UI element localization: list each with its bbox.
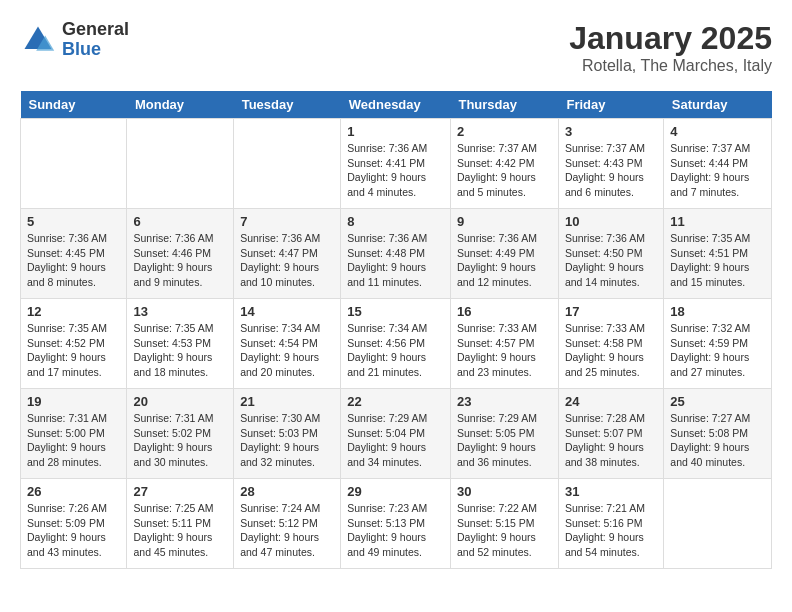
calendar-cell: 25Sunrise: 7:27 AM Sunset: 5:08 PM Dayli… bbox=[664, 389, 772, 479]
day-number: 11 bbox=[670, 214, 765, 229]
calendar-cell: 31Sunrise: 7:21 AM Sunset: 5:16 PM Dayli… bbox=[558, 479, 663, 569]
day-info: Sunrise: 7:35 AM Sunset: 4:51 PM Dayligh… bbox=[670, 231, 765, 290]
calendar-cell: 7Sunrise: 7:36 AM Sunset: 4:47 PM Daylig… bbox=[234, 209, 341, 299]
calendar-cell: 21Sunrise: 7:30 AM Sunset: 5:03 PM Dayli… bbox=[234, 389, 341, 479]
day-info: Sunrise: 7:30 AM Sunset: 5:03 PM Dayligh… bbox=[240, 411, 334, 470]
calendar-cell: 17Sunrise: 7:33 AM Sunset: 4:58 PM Dayli… bbox=[558, 299, 663, 389]
day-info: Sunrise: 7:35 AM Sunset: 4:53 PM Dayligh… bbox=[133, 321, 227, 380]
day-number: 29 bbox=[347, 484, 444, 499]
calendar-cell: 4Sunrise: 7:37 AM Sunset: 4:44 PM Daylig… bbox=[664, 119, 772, 209]
day-number: 5 bbox=[27, 214, 120, 229]
calendar-cell: 1Sunrise: 7:36 AM Sunset: 4:41 PM Daylig… bbox=[341, 119, 451, 209]
day-number: 10 bbox=[565, 214, 657, 229]
calendar-cell bbox=[234, 119, 341, 209]
day-info: Sunrise: 7:34 AM Sunset: 4:54 PM Dayligh… bbox=[240, 321, 334, 380]
calendar-cell: 19Sunrise: 7:31 AM Sunset: 5:00 PM Dayli… bbox=[21, 389, 127, 479]
header-wednesday: Wednesday bbox=[341, 91, 451, 119]
day-number: 15 bbox=[347, 304, 444, 319]
day-number: 28 bbox=[240, 484, 334, 499]
calendar-cell: 26Sunrise: 7:26 AM Sunset: 5:09 PM Dayli… bbox=[21, 479, 127, 569]
calendar-cell: 20Sunrise: 7:31 AM Sunset: 5:02 PM Dayli… bbox=[127, 389, 234, 479]
calendar-cell: 10Sunrise: 7:36 AM Sunset: 4:50 PM Dayli… bbox=[558, 209, 663, 299]
day-number: 19 bbox=[27, 394, 120, 409]
calendar-cell bbox=[127, 119, 234, 209]
day-info: Sunrise: 7:33 AM Sunset: 4:58 PM Dayligh… bbox=[565, 321, 657, 380]
day-number: 16 bbox=[457, 304, 552, 319]
calendar-cell: 11Sunrise: 7:35 AM Sunset: 4:51 PM Dayli… bbox=[664, 209, 772, 299]
day-number: 20 bbox=[133, 394, 227, 409]
day-info: Sunrise: 7:25 AM Sunset: 5:11 PM Dayligh… bbox=[133, 501, 227, 560]
day-info: Sunrise: 7:36 AM Sunset: 4:46 PM Dayligh… bbox=[133, 231, 227, 290]
day-info: Sunrise: 7:23 AM Sunset: 5:13 PM Dayligh… bbox=[347, 501, 444, 560]
calendar-cell: 2Sunrise: 7:37 AM Sunset: 4:42 PM Daylig… bbox=[450, 119, 558, 209]
calendar-cell: 5Sunrise: 7:36 AM Sunset: 4:45 PM Daylig… bbox=[21, 209, 127, 299]
calendar-cell: 27Sunrise: 7:25 AM Sunset: 5:11 PM Dayli… bbox=[127, 479, 234, 569]
calendar-cell: 28Sunrise: 7:24 AM Sunset: 5:12 PM Dayli… bbox=[234, 479, 341, 569]
day-number: 30 bbox=[457, 484, 552, 499]
header-sunday: Sunday bbox=[21, 91, 127, 119]
calendar-cell: 8Sunrise: 7:36 AM Sunset: 4:48 PM Daylig… bbox=[341, 209, 451, 299]
day-info: Sunrise: 7:31 AM Sunset: 5:00 PM Dayligh… bbox=[27, 411, 120, 470]
logo-general-text: General bbox=[62, 20, 129, 40]
day-number: 24 bbox=[565, 394, 657, 409]
day-number: 27 bbox=[133, 484, 227, 499]
header-thursday: Thursday bbox=[450, 91, 558, 119]
day-info: Sunrise: 7:33 AM Sunset: 4:57 PM Dayligh… bbox=[457, 321, 552, 380]
calendar-cell: 3Sunrise: 7:37 AM Sunset: 4:43 PM Daylig… bbox=[558, 119, 663, 209]
day-info: Sunrise: 7:36 AM Sunset: 4:47 PM Dayligh… bbox=[240, 231, 334, 290]
day-info: Sunrise: 7:24 AM Sunset: 5:12 PM Dayligh… bbox=[240, 501, 334, 560]
header-tuesday: Tuesday bbox=[234, 91, 341, 119]
header-monday: Monday bbox=[127, 91, 234, 119]
day-number: 3 bbox=[565, 124, 657, 139]
day-info: Sunrise: 7:37 AM Sunset: 4:44 PM Dayligh… bbox=[670, 141, 765, 200]
calendar-cell: 15Sunrise: 7:34 AM Sunset: 4:56 PM Dayli… bbox=[341, 299, 451, 389]
logo-icon bbox=[20, 22, 56, 58]
day-number: 17 bbox=[565, 304, 657, 319]
calendar-cell: 13Sunrise: 7:35 AM Sunset: 4:53 PM Dayli… bbox=[127, 299, 234, 389]
header-saturday: Saturday bbox=[664, 91, 772, 119]
day-info: Sunrise: 7:26 AM Sunset: 5:09 PM Dayligh… bbox=[27, 501, 120, 560]
header-friday: Friday bbox=[558, 91, 663, 119]
day-info: Sunrise: 7:29 AM Sunset: 5:04 PM Dayligh… bbox=[347, 411, 444, 470]
calendar-cell: 18Sunrise: 7:32 AM Sunset: 4:59 PM Dayli… bbox=[664, 299, 772, 389]
day-info: Sunrise: 7:36 AM Sunset: 4:49 PM Dayligh… bbox=[457, 231, 552, 290]
day-number: 31 bbox=[565, 484, 657, 499]
week-row-3: 12Sunrise: 7:35 AM Sunset: 4:52 PM Dayli… bbox=[21, 299, 772, 389]
day-info: Sunrise: 7:37 AM Sunset: 4:42 PM Dayligh… bbox=[457, 141, 552, 200]
day-number: 14 bbox=[240, 304, 334, 319]
day-number: 13 bbox=[133, 304, 227, 319]
week-row-4: 19Sunrise: 7:31 AM Sunset: 5:00 PM Dayli… bbox=[21, 389, 772, 479]
day-info: Sunrise: 7:22 AM Sunset: 5:15 PM Dayligh… bbox=[457, 501, 552, 560]
day-info: Sunrise: 7:35 AM Sunset: 4:52 PM Dayligh… bbox=[27, 321, 120, 380]
day-number: 8 bbox=[347, 214, 444, 229]
calendar-cell bbox=[21, 119, 127, 209]
logo-blue-text: Blue bbox=[62, 40, 129, 60]
day-info: Sunrise: 7:37 AM Sunset: 4:43 PM Dayligh… bbox=[565, 141, 657, 200]
calendar-table: SundayMondayTuesdayWednesdayThursdayFrid… bbox=[20, 91, 772, 569]
day-number: 18 bbox=[670, 304, 765, 319]
day-info: Sunrise: 7:29 AM Sunset: 5:05 PM Dayligh… bbox=[457, 411, 552, 470]
logo-text: General Blue bbox=[62, 20, 129, 60]
calendar-cell: 22Sunrise: 7:29 AM Sunset: 5:04 PM Dayli… bbox=[341, 389, 451, 479]
day-number: 22 bbox=[347, 394, 444, 409]
calendar-cell: 12Sunrise: 7:35 AM Sunset: 4:52 PM Dayli… bbox=[21, 299, 127, 389]
location-title: Rotella, The Marches, Italy bbox=[569, 57, 772, 75]
week-row-5: 26Sunrise: 7:26 AM Sunset: 5:09 PM Dayli… bbox=[21, 479, 772, 569]
day-number: 23 bbox=[457, 394, 552, 409]
week-row-2: 5Sunrise: 7:36 AM Sunset: 4:45 PM Daylig… bbox=[21, 209, 772, 299]
day-info: Sunrise: 7:36 AM Sunset: 4:50 PM Dayligh… bbox=[565, 231, 657, 290]
logo: General Blue bbox=[20, 20, 129, 60]
day-info: Sunrise: 7:28 AM Sunset: 5:07 PM Dayligh… bbox=[565, 411, 657, 470]
day-number: 1 bbox=[347, 124, 444, 139]
calendar-cell: 24Sunrise: 7:28 AM Sunset: 5:07 PM Dayli… bbox=[558, 389, 663, 479]
month-title: January 2025 bbox=[569, 20, 772, 57]
calendar-cell: 29Sunrise: 7:23 AM Sunset: 5:13 PM Dayli… bbox=[341, 479, 451, 569]
day-number: 7 bbox=[240, 214, 334, 229]
week-row-1: 1Sunrise: 7:36 AM Sunset: 4:41 PM Daylig… bbox=[21, 119, 772, 209]
day-info: Sunrise: 7:36 AM Sunset: 4:48 PM Dayligh… bbox=[347, 231, 444, 290]
header-row: SundayMondayTuesdayWednesdayThursdayFrid… bbox=[21, 91, 772, 119]
calendar-cell: 30Sunrise: 7:22 AM Sunset: 5:15 PM Dayli… bbox=[450, 479, 558, 569]
day-number: 6 bbox=[133, 214, 227, 229]
calendar-cell: 23Sunrise: 7:29 AM Sunset: 5:05 PM Dayli… bbox=[450, 389, 558, 479]
day-number: 2 bbox=[457, 124, 552, 139]
